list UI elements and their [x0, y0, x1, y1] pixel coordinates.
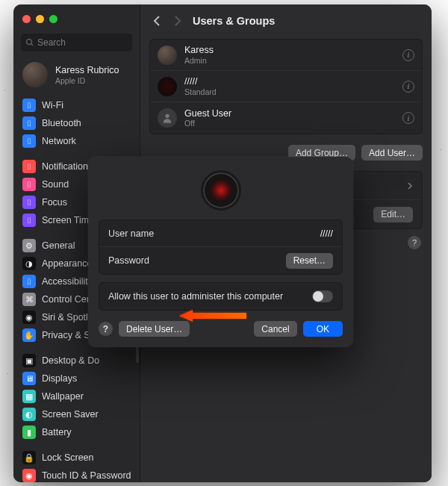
- user-role: Standard: [184, 87, 217, 96]
- user-avatar-picker[interactable]: [201, 170, 241, 211]
- sidebar-item-screensaver[interactable]: ◐Screen Saver: [16, 405, 137, 423]
- profile-name: Karess Rubrico: [55, 65, 119, 76]
- lock-icon: 🔒: [22, 451, 36, 464]
- sidebar-item-label: Desktop & Do: [42, 355, 99, 366]
- search-icon: [25, 38, 34, 47]
- screentime-icon: 􀐱: [22, 214, 36, 227]
- search-placeholder: Search: [37, 37, 66, 48]
- sidebar-item-label: Siri & Spotlig: [42, 312, 96, 323]
- window-controls: [13, 10, 140, 31]
- username-row: User name /////: [99, 220, 342, 247]
- sidebar-item-displays[interactable]: 🖥Displays: [16, 370, 137, 387]
- sidebar-item-label: Wallpaper: [42, 391, 84, 402]
- sidebar-item-label: Bluetooth: [42, 118, 81, 128]
- search-input[interactable]: Search: [21, 34, 132, 52]
- user-row[interactable]: KaressAdmini: [150, 40, 422, 71]
- sidebar-item-wallpaper[interactable]: ▦Wallpaper: [16, 387, 137, 405]
- password-row: Password Reset…: [99, 247, 342, 274]
- profile-avatar: [22, 62, 48, 87]
- sidebar-item-label: General: [42, 240, 75, 251]
- back-button[interactable]: [151, 15, 163, 27]
- controlcenter-icon: ⌘: [22, 293, 36, 306]
- chevron-left-icon: [153, 16, 161, 26]
- users-list: KaressAdmini/////StandardiGuest UserOffi: [149, 39, 423, 134]
- sidebar-item-label: Focus: [42, 197, 67, 208]
- sidebar-item-network[interactable]: 􀤆Network: [16, 132, 137, 150]
- sidebar-item-touchid[interactable]: ◉Touch ID & Password: [16, 467, 137, 482]
- help-button[interactable]: ?: [408, 236, 421, 249]
- admin-toggle-label: Allow this user to administer this compu…: [108, 291, 283, 302]
- delete-user-button[interactable]: Delete User…: [119, 321, 190, 337]
- page-title: Users & Groups: [193, 15, 275, 27]
- profile-sub: Apple ID: [55, 76, 119, 85]
- sidebar-item-label: Lock Screen: [42, 452, 93, 463]
- sheet-help-button[interactable]: ?: [99, 322, 113, 336]
- password-label: Password: [108, 255, 149, 266]
- sidebar-item-label: Sound: [42, 179, 69, 190]
- wifi-icon: 􀙇: [22, 99, 36, 112]
- sidebar-item-label: Touch ID & Password: [42, 470, 131, 481]
- sound-icon: 􀊠: [22, 178, 36, 191]
- user-name: Karess: [184, 45, 214, 55]
- focus-icon: 􀆹: [22, 196, 36, 209]
- sidebar-item-bluetooth[interactable]: 􀒪Bluetooth: [16, 114, 137, 132]
- apple-id-profile[interactable]: Karess Rubrico Apple ID: [13, 59, 140, 96]
- minimize-window-button[interactable]: [36, 15, 44, 23]
- sidebar-item-battery[interactable]: ▮Battery: [16, 423, 137, 441]
- sidebar-item-label: Screen Time: [42, 215, 94, 225]
- privacy-icon: ✋: [22, 328, 36, 342]
- ok-button[interactable]: OK: [303, 321, 343, 337]
- user-info-button[interactable]: i: [402, 81, 414, 93]
- user-fields-box: User name ///// Password Reset…: [99, 219, 343, 275]
- sidebar-item-label: Network: [42, 136, 76, 146]
- close-window-button[interactable]: [22, 15, 31, 23]
- user-row[interactable]: /////Standardi: [150, 71, 422, 102]
- user-avatar: [158, 108, 177, 128]
- network-icon: 􀤆: [22, 134, 36, 148]
- displays-icon: 🖥: [22, 372, 36, 385]
- desktop-icon: ▣: [22, 354, 36, 367]
- battery-icon: ▮: [22, 426, 36, 439]
- wallpaper-icon: ▦: [22, 390, 36, 403]
- user-info-button[interactable]: i: [402, 112, 414, 124]
- edit-button[interactable]: Edit…: [373, 207, 413, 222]
- zoom-window-button[interactable]: [49, 15, 57, 23]
- user-role: Admin: [184, 56, 214, 65]
- svg-point-2: [165, 114, 169, 118]
- sidebar-item-desktop[interactable]: ▣Desktop & Do: [16, 352, 137, 370]
- cancel-button[interactable]: Cancel: [254, 321, 296, 337]
- reset-password-button[interactable]: Reset…: [286, 253, 333, 269]
- user-name: Guest User: [184, 108, 231, 119]
- sheet-footer: ? Delete User… Cancel OK: [88, 311, 353, 338]
- user-row[interactable]: Guest UserOffi: [150, 102, 422, 134]
- sidebar-item-label: Battery: [42, 427, 72, 437]
- username-value: /////: [320, 228, 333, 239]
- bluetooth-icon: 􀒪: [22, 116, 36, 130]
- admin-toggle[interactable]: [312, 290, 333, 302]
- sidebar-item-label: Notifications: [42, 161, 93, 172]
- user-role: Off: [184, 119, 231, 128]
- chevron-right-icon: [174, 16, 181, 26]
- screensaver-icon: ◐: [22, 408, 36, 421]
- svg-line-1: [31, 44, 34, 46]
- sidebar-item-label: Screen Saver: [42, 409, 99, 420]
- main-header: Users & Groups: [140, 4, 432, 37]
- forward-button[interactable]: [172, 15, 184, 27]
- sidebar-item-label: Accessibility: [42, 276, 93, 287]
- siri-icon: ◉: [22, 311, 36, 324]
- admin-toggle-row: Allow this user to administer this compu…: [99, 283, 342, 310]
- touchid-icon: ◉: [22, 469, 36, 482]
- sidebar-item-label: Wi-Fi: [42, 100, 63, 110]
- gear-icon: ⚙︎: [22, 239, 36, 252]
- edit-user-sheet: User name ///// Password Reset… Allow th…: [88, 157, 353, 347]
- sidebar-item-lock[interactable]: 🔒Lock Screen: [16, 449, 137, 467]
- sidebar-item-label: Appearance: [42, 258, 92, 269]
- add-user-button[interactable]: Add User…: [361, 145, 423, 161]
- user-avatar: [158, 46, 177, 65]
- sidebar-item-wifi[interactable]: 􀙇Wi-Fi: [16, 96, 137, 114]
- chevron-right-icon: [407, 182, 413, 190]
- sidebar-item-label: Displays: [42, 373, 77, 384]
- user-info-button[interactable]: i: [402, 49, 414, 61]
- user-avatar: [158, 77, 177, 96]
- svg-point-0: [27, 40, 32, 45]
